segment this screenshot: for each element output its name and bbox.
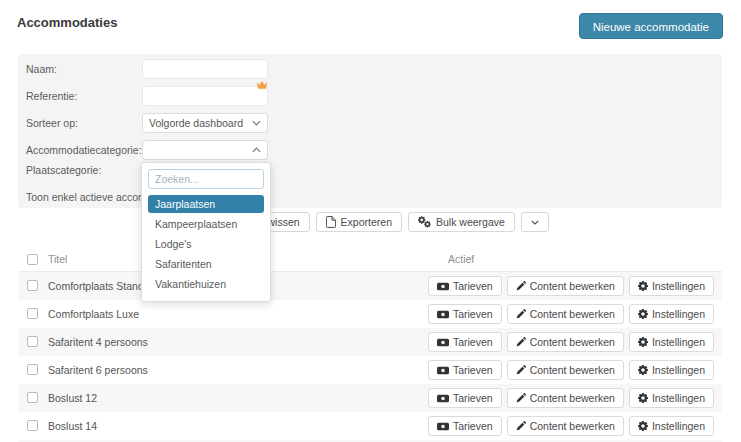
content-bewerken-button[interactable]: Content bewerken <box>507 388 624 408</box>
pencil-icon <box>516 393 526 403</box>
dropdown-option-jaarplaatsen[interactable]: Jaarplaatsen <box>148 195 264 213</box>
row-title: Boslust 12 <box>48 392 97 404</box>
content-bewerken-button[interactable]: Content bewerken <box>507 332 624 352</box>
new-accommodation-button[interactable]: Nieuwe accommodatie <box>579 13 723 39</box>
banknote-icon <box>437 338 449 347</box>
content-bewerken-button[interactable]: Content bewerken <box>507 304 624 324</box>
row-title: Safaritent 4 persoons <box>48 336 148 348</box>
instellingen-button[interactable]: Instellingen <box>629 332 714 352</box>
banknote-icon <box>437 310 449 319</box>
filter-row-sort: Sorteer op: <box>26 113 78 133</box>
table-row: Boslust 14 ✓ Tarieven Content bewerken I… <box>18 412 722 440</box>
bulk-view-button[interactable]: Bulk weergave <box>408 212 515 232</box>
instellingen-button[interactable]: Instellingen <box>629 360 714 380</box>
banknote-icon <box>437 282 449 291</box>
crown-icon <box>256 80 268 90</box>
sort-select-value: Volgorde dashboard <box>149 117 252 129</box>
chevron-up-icon <box>252 147 261 153</box>
toolbar: Filters wissen Exporteren Bulk weergave <box>226 212 549 232</box>
table-row: Comfortplaats Luxe ✓ Tarieven Content be… <box>18 300 722 328</box>
content-bewerken-button[interactable]: Content bewerken <box>507 416 624 436</box>
dropdown-options: Jaarplaatsen Kampeerplaatsen Lodge's Saf… <box>148 195 264 293</box>
pencil-icon <box>516 365 526 375</box>
row-title: Safaritent 6 persoons <box>48 364 148 376</box>
instellingen-button[interactable]: Instellingen <box>629 388 714 408</box>
reference-input[interactable] <box>142 86 268 106</box>
row-checkbox[interactable] <box>27 364 38 375</box>
tarieven-button[interactable]: Tarieven <box>428 304 502 324</box>
row-title: Boslust 14 <box>48 420 97 432</box>
bulk-view-dropdown-button[interactable] <box>521 212 549 232</box>
row-checkbox[interactable] <box>27 392 38 403</box>
pencil-icon <box>516 281 526 291</box>
gear-icon <box>638 421 648 431</box>
category-dropdown: Jaarplaatsen Kampeerplaatsen Lodge's Saf… <box>141 162 271 302</box>
column-header-active: Actief <box>448 253 474 265</box>
name-label: Naam: <box>26 63 57 75</box>
pencil-icon <box>516 309 526 319</box>
export-button[interactable]: Exporteren <box>316 212 402 232</box>
export-label: Exporteren <box>341 216 392 228</box>
bulk-view-label: Bulk weergave <box>436 216 505 228</box>
gear-icon <box>638 309 648 319</box>
gear-icon <box>638 365 648 375</box>
instellingen-button[interactable]: Instellingen <box>629 276 714 296</box>
banknote-icon <box>437 422 449 431</box>
category-select[interactable] <box>142 140 268 160</box>
pencil-icon <box>516 421 526 431</box>
row-actions: Tarieven Content bewerken Instellingen <box>428 304 714 324</box>
row-checkbox[interactable] <box>27 308 38 319</box>
instellingen-button[interactable]: Instellingen <box>629 304 714 324</box>
page-title: Accommodaties <box>17 15 117 30</box>
file-icon <box>326 216 336 228</box>
sort-select[interactable]: Volgorde dashboard <box>142 113 268 133</box>
banknote-icon <box>437 394 449 403</box>
dropdown-option-vakantiehuizen[interactable]: Vakantiehuizen <box>148 275 264 293</box>
row-actions: Tarieven Content bewerken Instellingen <box>428 332 714 352</box>
filter-row-reference: Referentie: <box>26 86 77 106</box>
tarieven-button[interactable]: Tarieven <box>428 332 502 352</box>
row-actions: Tarieven Content bewerken Instellingen <box>428 360 714 380</box>
table-header: Titel Actief <box>18 246 722 272</box>
reference-label: Referentie: <box>26 90 77 102</box>
content-bewerken-button[interactable]: Content bewerken <box>507 360 624 380</box>
banknote-icon <box>437 366 449 375</box>
gear-icon <box>638 337 648 347</box>
tarieven-button[interactable]: Tarieven <box>428 360 502 380</box>
chevron-down-icon <box>531 220 539 225</box>
chevron-down-icon <box>252 120 261 126</box>
tarieven-button[interactable]: Tarieven <box>428 388 502 408</box>
row-checkbox[interactable] <box>27 336 38 347</box>
dropdown-option-safaritenten[interactable]: Safaritenten <box>148 255 264 273</box>
filter-row-name: Naam: <box>26 59 57 79</box>
gears-icon <box>418 216 431 228</box>
filter-panel: Naam: Referentie: Sorteer op: Volgorde d… <box>18 54 722 208</box>
dropdown-search-input[interactable] <box>148 169 264 189</box>
dropdown-option-kampeerplaatsen[interactable]: Kampeerplaatsen <box>148 215 264 233</box>
row-actions: Tarieven Content bewerken Instellingen <box>428 276 714 296</box>
gear-icon <box>638 281 648 291</box>
row-checkbox[interactable] <box>27 420 38 431</box>
table-row: Comfortplaats Standaard ✓ Tarieven Conte… <box>18 272 722 300</box>
gear-icon <box>638 393 648 403</box>
name-input[interactable] <box>142 59 268 79</box>
table-row: Safaritent 6 persoons ✓ Tarieven Content… <box>18 356 722 384</box>
accommodations-page: Accommodaties Nieuwe accommodatie Naam: … <box>0 0 741 442</box>
place-category-label: Plaatscategorie: <box>26 164 101 176</box>
sort-label: Sorteer op: <box>26 117 78 129</box>
row-actions: Tarieven Content bewerken Instellingen <box>428 388 714 408</box>
select-all-checkbox[interactable] <box>27 254 38 265</box>
row-actions: Tarieven Content bewerken Instellingen <box>428 416 714 436</box>
dropdown-option-lodges[interactable]: Lodge's <box>148 235 264 253</box>
pencil-icon <box>516 337 526 347</box>
column-header-title: Titel <box>48 253 67 265</box>
row-checkbox[interactable] <box>27 280 38 291</box>
category-label: Accommodatiecategorie: <box>26 144 142 156</box>
table-row: Boslust 12 ✓ Tarieven Content bewerken I… <box>18 384 722 412</box>
instellingen-button[interactable]: Instellingen <box>629 416 714 436</box>
accommodations-table: Titel Actief Comfortplaats Standaard ✓ T… <box>18 246 722 440</box>
content-bewerken-button[interactable]: Content bewerken <box>507 276 624 296</box>
tarieven-button[interactable]: Tarieven <box>428 276 502 296</box>
table-row: Safaritent 4 persoons ✓ Tarieven Content… <box>18 328 722 356</box>
tarieven-button[interactable]: Tarieven <box>428 416 502 436</box>
